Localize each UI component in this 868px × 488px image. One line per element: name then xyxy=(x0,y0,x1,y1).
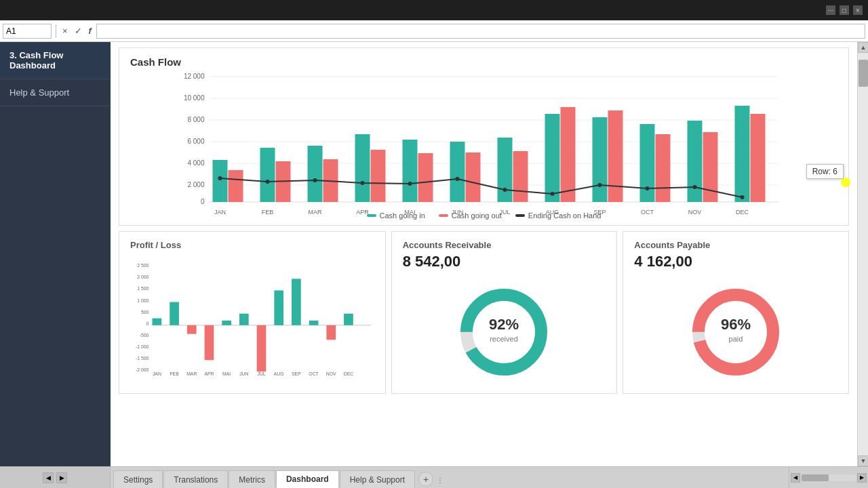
svg-text:2 000: 2 000 xyxy=(137,274,149,279)
tab-settings[interactable]: Settings xyxy=(113,470,163,488)
tab-settings-label: Settings xyxy=(123,475,153,485)
main-area: 3. Cash Flow Dashboard Help & Support Ca… xyxy=(0,42,868,466)
tab-next-btn[interactable]: ▶ xyxy=(56,472,67,483)
close-btn[interactable]: × xyxy=(853,5,863,15)
svg-point-43 xyxy=(456,177,460,181)
cancel-icon[interactable]: × xyxy=(60,26,70,36)
scroll-thumb[interactable] xyxy=(859,60,868,87)
ar-amount: 8 542,00 xyxy=(403,253,461,270)
svg-rect-18 xyxy=(308,146,323,202)
sidebar-item-cashflow-label: 3. Cash Flow Dashboard xyxy=(9,50,63,70)
legend-cash-out-dot xyxy=(439,214,448,217)
sidebar: 3. Cash Flow Dashboard Help & Support xyxy=(0,42,111,466)
sidebar-item-help-label: Help & Support xyxy=(9,87,69,98)
hscroll-right-btn[interactable]: ▶ xyxy=(857,473,867,483)
cursor-indicator xyxy=(841,178,850,187)
svg-text:10 000: 10 000 xyxy=(184,94,205,102)
svg-text:1 500: 1 500 xyxy=(137,286,149,291)
legend-cash-in: Cash going in xyxy=(367,211,425,220)
ap-donut-svg: 96% paid xyxy=(688,285,783,380)
tab-metrics[interactable]: Metrics xyxy=(229,470,275,488)
svg-text:1 000: 1 000 xyxy=(137,298,149,303)
svg-point-45 xyxy=(551,192,555,196)
svg-text:JAN: JAN xyxy=(153,371,161,376)
tab-dashboard[interactable]: Dashboard xyxy=(276,470,339,488)
scroll-up-arrow[interactable]: ▲ xyxy=(858,42,868,53)
hscroll-track[interactable] xyxy=(802,474,856,481)
svg-rect-23 xyxy=(418,153,433,202)
restore-btn[interactable]: □ xyxy=(840,5,849,15)
svg-text:-500: -500 xyxy=(140,333,149,338)
svg-point-47 xyxy=(646,186,650,190)
svg-text:2 000: 2 000 xyxy=(187,181,204,188)
hscroll-thumb[interactable] xyxy=(802,474,829,481)
hscroll-left-btn[interactable]: ◀ xyxy=(791,473,800,483)
sidebar-item-help[interactable]: Help & Support xyxy=(0,79,111,106)
ar-title: Accounts Receivable xyxy=(403,240,492,250)
scroll-track[interactable] xyxy=(858,53,868,455)
svg-text:2 500: 2 500 xyxy=(137,263,149,268)
svg-rect-14 xyxy=(213,160,228,202)
tab-prev-btn[interactable]: ◀ xyxy=(43,472,54,483)
formula-input[interactable] xyxy=(96,24,865,39)
svg-text:500: 500 xyxy=(141,310,149,314)
tab-translations[interactable]: Translations xyxy=(163,470,228,488)
svg-text:SEP: SEP xyxy=(292,371,301,376)
legend-cash-on-hand-label: Ending Cash on Hand xyxy=(528,211,601,220)
function-icon[interactable]: f xyxy=(87,26,94,36)
svg-rect-28 xyxy=(545,114,560,202)
svg-text:0: 0 xyxy=(201,198,205,205)
ar-donut: 92% received xyxy=(403,276,606,388)
svg-point-40 xyxy=(313,178,317,182)
svg-rect-29 xyxy=(561,107,576,202)
cell-reference[interactable] xyxy=(3,24,52,39)
cash-flow-svg: 12 000 10 000 8 000 6 000 4 000 2 000 0 xyxy=(130,73,837,205)
tabs-list: Settings Translations Metrics Dashboard … xyxy=(111,467,789,488)
svg-rect-30 xyxy=(593,117,608,202)
svg-rect-82 xyxy=(309,321,319,325)
svg-text:paid: paid xyxy=(729,335,743,343)
svg-text:JUN: JUN xyxy=(239,371,248,376)
svg-point-48 xyxy=(693,185,697,189)
svg-text:FEB: FEB xyxy=(262,209,274,216)
svg-rect-25 xyxy=(466,152,481,202)
svg-rect-75 xyxy=(187,325,197,334)
svg-rect-34 xyxy=(688,121,703,202)
svg-text:AUG: AUG xyxy=(274,371,284,376)
confirm-icon[interactable]: ✓ xyxy=(73,26,84,36)
svg-rect-79 xyxy=(257,325,267,371)
svg-rect-81 xyxy=(292,279,301,325)
row-tooltip-text: Row: 6 xyxy=(812,167,837,176)
title-bar: ··· □ × xyxy=(0,0,868,20)
svg-point-49 xyxy=(741,195,745,199)
svg-text:-2 000: -2 000 xyxy=(136,367,149,372)
svg-text:12 000: 12 000 xyxy=(184,73,205,80)
svg-rect-26 xyxy=(498,138,513,202)
tab-nav-area: ◀ ▶ xyxy=(0,467,111,488)
content-area: Cash Flow 12 000 10 000 8 000 6 000 4 00… xyxy=(111,42,857,466)
legend-cash-in-label: Cash going in xyxy=(380,211,425,220)
ap-amount: 4 162,00 xyxy=(634,253,692,270)
ap-donut: 96% paid xyxy=(634,276,837,388)
tab-translations-label: Translations xyxy=(174,475,218,485)
svg-rect-33 xyxy=(656,134,671,202)
svg-text:DEC: DEC xyxy=(736,209,749,216)
svg-point-39 xyxy=(266,180,270,184)
svg-text:AUG: AUG xyxy=(546,209,559,216)
tab-add-btn[interactable]: + xyxy=(418,472,433,487)
svg-text:8 000: 8 000 xyxy=(187,116,204,123)
svg-rect-16 xyxy=(260,148,275,202)
tab-help[interactable]: Help & Support xyxy=(340,470,415,488)
profit-loss-svg: 2 500 2 000 1 500 1 000 500 0 -500 -1 00… xyxy=(130,253,374,388)
scroll-down-arrow[interactable]: ▼ xyxy=(858,455,868,466)
svg-text:OCT: OCT xyxy=(641,209,654,216)
svg-point-41 xyxy=(361,181,365,185)
legend-cash-out: Cash going out xyxy=(439,211,502,220)
svg-text:OCT: OCT xyxy=(309,371,319,376)
svg-rect-15 xyxy=(229,170,243,202)
tab-dashboard-label: Dashboard xyxy=(286,474,329,484)
svg-rect-77 xyxy=(222,321,231,325)
tab-options-btn[interactable]: ⋮ xyxy=(435,473,446,487)
sidebar-item-cashflow[interactable]: 3. Cash Flow Dashboard xyxy=(0,42,111,79)
more-btn[interactable]: ··· xyxy=(826,5,835,15)
